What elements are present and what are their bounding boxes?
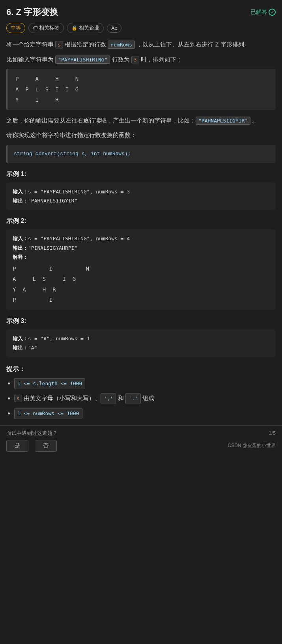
hint-item-1: 1 <= s.length <= 1000 xyxy=(14,378,276,389)
hint-list: 1 <= s.length <= 1000 s 由英文字母（小写和大写）、','… xyxy=(6,378,276,419)
zigzag-visual-3rows: P A H N A P L S I I G Y I R xyxy=(6,69,276,110)
tag-icon: 🏷 xyxy=(33,25,37,31)
code-signature: string convert(string s, int numRows); xyxy=(14,151,131,157)
example2-title: 示例 2: xyxy=(6,217,276,225)
zigzag-4rows-container: P I N A L S I G Y A H R P I xyxy=(13,264,269,305)
hint-item-2: s 由英文字母（小写和大写）、',' 和 '.' 组成 xyxy=(14,393,276,404)
example1-input-value: s = "PAYPALISHIRING", numRows = 3 xyxy=(28,189,130,195)
example2-input-label: 输入： xyxy=(13,236,28,241)
example3-output: 输出："A" xyxy=(13,343,269,352)
example3-output-value: "A" xyxy=(28,345,37,351)
tag-related-tags-label: 相关标签 xyxy=(39,24,60,32)
example3-box: 输入：s = "A", numRows = 1 输出："A" xyxy=(6,329,276,357)
example3-input-label: 输入： xyxy=(13,336,28,341)
code-block-container: string convert(string s, int numRows); xyxy=(6,145,276,163)
interview-question: 面试中遇到过这道题？ xyxy=(6,430,58,437)
hint-section: 提示： 1 <= s.length <= 1000 s 由英文字母（小写和大写）… xyxy=(6,365,276,419)
inline-code-3: 3 xyxy=(131,56,139,63)
interview-count: 1/5 xyxy=(269,430,276,436)
comma-badge: ',' xyxy=(101,393,116,404)
example2-output-label: 输出： xyxy=(13,245,28,251)
dot-badge: '.' xyxy=(125,393,141,404)
tag-related-companies-label: 相关企业 xyxy=(79,24,99,32)
tag-font-label: Ax xyxy=(111,25,117,31)
no-button[interactable]: 否 xyxy=(35,440,57,452)
example3-input-value: s = "A", numRows = 1 xyxy=(28,336,90,341)
csdn-credit: CSDN @皮蛋的小世界 xyxy=(228,442,276,449)
page-title: 6. Z 字形变换 xyxy=(6,6,58,18)
tag-font[interactable]: Ax xyxy=(107,24,121,33)
example3-output-label: 输出： xyxy=(13,345,28,351)
tag-related-companies[interactable]: 🔒 相关企业 xyxy=(67,23,104,33)
example2-input-value: s = "PAYPALISHIRING", numRows = 4 xyxy=(28,236,130,241)
solved-label: 已解答 xyxy=(250,9,267,16)
inline-code-paypal: "PAYPALISHIRING" xyxy=(55,56,110,64)
example1-input-label: 输入： xyxy=(13,189,28,195)
page-container: 6. Z 字形变换 已解答 ✓ 中等 🏷 相关标签 🔒 相关企业 Ax 将一个给… xyxy=(0,0,282,419)
description-after: 之后，你的输出需要从左往右逐行读取，产生出一个新的字符串，比如："PAHNAPL… xyxy=(6,115,276,126)
example1-output: 输出："PAHNAPLSIIGYIR" xyxy=(13,196,269,205)
example2-input: 输入：s = "PAYPALISHIRING", numRows = 4 xyxy=(13,234,269,243)
header: 6. Z 字形变换 已解答 ✓ xyxy=(6,6,276,18)
zigzag-pre-3: P A H N A P L S I I G Y I R xyxy=(15,76,78,103)
example2-output: 输出："PINALSIGYAHRPI" xyxy=(13,243,269,252)
footer-interview-row: 面试中遇到过这道题？ 1/5 xyxy=(6,430,276,437)
footer-bar: 面试中遇到过这道题？ 1/5 是 否 CSDN @皮蛋的小世界 xyxy=(0,425,282,456)
constraint-badge-3: 1 <= numRows <= 1000 xyxy=(14,408,82,419)
example3-title: 示例 3: xyxy=(6,317,276,325)
inline-code-result: "PAHNAPLSIIGYIR" xyxy=(196,117,250,125)
example1-title: 示例 1: xyxy=(6,170,276,178)
explain-label: 解释： xyxy=(13,254,28,260)
description-line1: 将一个给定字符串 s 根据给定的行数 numRows ，以从上往下、从左到右进行… xyxy=(6,39,276,50)
example3-input: 输入：s = "A", numRows = 1 xyxy=(13,334,269,343)
example1-input: 输入：s = "PAYPALISHIRING", numRows = 3 xyxy=(13,187,269,196)
tag-related-tags[interactable]: 🏷 相关标签 xyxy=(28,23,64,33)
example2-output-value: "PINALSIGYAHRPI" xyxy=(28,245,77,251)
description-example-intro: 比如输入字符串为 "PAYPALISHIRING" 行数为 3 时，排列如下： xyxy=(6,54,276,65)
solved-badge: 已解答 ✓ xyxy=(250,9,276,16)
constraint-badge-1: 1 <= s.length <= 1000 xyxy=(14,378,85,389)
description-impl: 请你实现这个将字符串进行指定行数变换的函数： xyxy=(6,130,276,140)
solved-icon: ✓ xyxy=(269,9,276,16)
example1-output-label: 输出： xyxy=(13,198,28,204)
tag-difficulty-label: 中等 xyxy=(11,24,21,32)
example2-box: 输入：s = "PAYPALISHIRING", numRows = 4 输出：… xyxy=(6,229,276,310)
inline-code-s2: s xyxy=(14,395,22,402)
yes-button[interactable]: 是 xyxy=(6,440,28,452)
hint-item-3: 1 <= numRows <= 1000 xyxy=(14,408,276,419)
tags-row: 中等 🏷 相关标签 🔒 相关企业 Ax xyxy=(6,23,276,33)
example1-output-value: "PAHNAPLSIIGYIR" xyxy=(28,198,77,204)
example1-box: 输入：s = "PAYPALISHIRING", numRows = 3 输出：… xyxy=(6,182,276,210)
hint-title: 提示： xyxy=(6,365,276,373)
inline-code-s: s xyxy=(55,41,63,48)
yn-row: 是 否 xyxy=(6,440,57,452)
inline-code-numrows: numRows xyxy=(108,41,135,49)
zigzag-pre-4: P I N A L S I G Y A H R P I xyxy=(13,265,89,303)
tag-difficulty[interactable]: 中等 xyxy=(6,23,25,33)
lock-icon: 🔒 xyxy=(71,25,77,31)
example2-explain-label: 解释： xyxy=(13,252,269,262)
